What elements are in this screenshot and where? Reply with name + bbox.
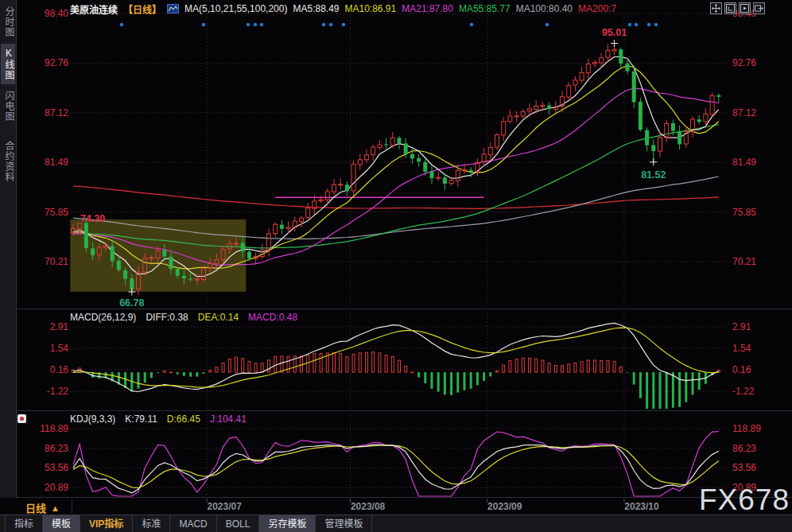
- tab-templates[interactable]: 模板: [43, 515, 80, 532]
- bottom-tabbar: 指标 模板 VIP指标 标准 MACD BOLL 另存模板 管理模板: [0, 515, 792, 532]
- chart-header: 美原油连续 【日线】 MA(5,10,21,55,100,200) MA5:88…: [70, 2, 616, 15]
- svg-text:70.21: 70.21: [45, 256, 68, 267]
- macd-title: MACD(26,12,9): [70, 312, 136, 323]
- kline-mini-icon: [167, 4, 179, 14]
- ma-settings-label: MA(5,10,21,55,100,200): [184, 3, 287, 14]
- sidebar-item-kline-chart[interactable]: K线图: [1, 44, 15, 84]
- svg-text:81.52: 81.52: [641, 169, 666, 181]
- sidebar-item-contract-info[interactable]: 合约资料: [1, 137, 15, 186]
- ma100-value: MA100:80.40: [516, 3, 573, 14]
- kdj-panel-header: KDJ(9,3,3) K:79.11 D:66.45 J:104.41: [70, 414, 247, 425]
- watermark: FX678: [699, 485, 790, 515]
- svg-text:2.91: 2.91: [50, 321, 69, 332]
- svg-text:95.01: 95.01: [602, 27, 627, 38]
- svg-text:53.56: 53.56: [732, 462, 756, 473]
- svg-text:20.89: 20.89: [45, 482, 68, 493]
- chart-type-sidebar: 分时图 K线图 闪电图 合约资料: [0, 0, 17, 498]
- macd-macd-value: MACD:0.48: [248, 312, 297, 323]
- svg-text:1.54: 1.54: [50, 343, 69, 354]
- macd-diff-value: DIFF:0.38: [146, 312, 188, 323]
- chart-canvas: 98.4098.4092.7692.7687.1287.1281.4981.49…: [0, 0, 792, 515]
- period-tag: 【日线】: [123, 2, 161, 16]
- kdj-k-value: K:79.11: [125, 414, 157, 425]
- svg-text:118.89: 118.89: [40, 423, 68, 434]
- axis-settings-icon[interactable]: [724, 2, 736, 14]
- kdj-title: KDJ(9,3,3): [70, 414, 115, 425]
- sidebar-item-lightning-chart[interactable]: 闪电图: [1, 87, 15, 126]
- kdj-pane-settings-icon[interactable]: [17, 414, 26, 423]
- playback-icon[interactable]: [739, 2, 751, 14]
- ma10-value: MA10:86.91: [345, 3, 397, 14]
- svg-text:86.23: 86.23: [732, 443, 756, 454]
- svg-text:2023/10: 2023/10: [624, 501, 659, 512]
- chart-toolbar: [710, 2, 765, 14]
- ma21-value: MA21:87.80: [402, 3, 453, 14]
- tab-macd[interactable]: MACD: [170, 515, 216, 532]
- svg-text:92.76: 92.76: [45, 57, 68, 68]
- macd-plot: [72, 323, 720, 409]
- detach-window-icon[interactable]: [753, 2, 765, 14]
- move-tool-icon[interactable]: [710, 2, 722, 14]
- highlight-box: [70, 219, 246, 292]
- svg-text:87.12: 87.12: [45, 107, 68, 118]
- svg-text:2023/09: 2023/09: [487, 501, 522, 512]
- tab-boll[interactable]: BOLL: [217, 515, 260, 532]
- svg-text:0.16: 0.16: [732, 364, 751, 375]
- svg-text:81.49: 81.49: [45, 157, 68, 168]
- period-label: 日线: [25, 500, 46, 515]
- svg-text:75.85: 75.85: [732, 207, 756, 218]
- kdj-plot: [73, 432, 719, 496]
- period-selector[interactable]: 日线 ▲: [25, 500, 60, 515]
- ma5-value: MA5:88.49: [293, 3, 339, 14]
- tab-save-template[interactable]: 另存模板: [259, 515, 316, 532]
- svg-text:2.91: 2.91: [732, 321, 751, 332]
- svg-text:92.76: 92.76: [732, 57, 756, 68]
- kdj-d-value: D:66.45: [167, 414, 200, 425]
- macd-panel-header: MACD(26,12,9) DIFF:0.38 DEA:0.14 MACD:0.…: [70, 312, 297, 323]
- symbol-name: 美原油连续: [70, 2, 118, 16]
- tab-manage-template[interactable]: 管理模板: [316, 515, 372, 532]
- x-axis-labels: 2023/072023/082023/092023/10: [208, 501, 660, 512]
- svg-text:81.49: 81.49: [732, 157, 756, 168]
- svg-text:2023/07: 2023/07: [208, 501, 243, 512]
- svg-text:2023/08: 2023/08: [351, 501, 386, 512]
- svg-text:118.89: 118.89: [732, 423, 761, 434]
- svg-text:-1.22: -1.22: [732, 386, 755, 397]
- svg-text:70.21: 70.21: [732, 256, 756, 267]
- tab-indicators[interactable]: 指标: [5, 515, 43, 532]
- svg-text:53.56: 53.56: [45, 462, 68, 473]
- svg-text:86.23: 86.23: [45, 443, 68, 454]
- ma200-value: MA200:7: [578, 3, 616, 14]
- svg-text:87.12: 87.12: [732, 107, 756, 118]
- pane-dividers: [16, 309, 792, 515]
- svg-text:1.54: 1.54: [732, 343, 751, 354]
- svg-text:-1.22: -1.22: [47, 386, 69, 397]
- tab-vip-indicators[interactable]: VIP指标: [80, 515, 133, 532]
- chevron-up-icon: ▲: [51, 503, 60, 513]
- macd-dea-value: DEA:0.14: [198, 312, 239, 323]
- tab-standard[interactable]: 标准: [133, 515, 170, 532]
- sidebar-item-time-chart[interactable]: 分时图: [1, 2, 15, 41]
- svg-text:75.85: 75.85: [45, 207, 68, 218]
- svg-text:98.40: 98.40: [45, 8, 68, 19]
- kdj-j-value: J:104.41: [210, 414, 247, 425]
- ma55-value: MA55:85.77: [459, 3, 511, 14]
- svg-text:0.16: 0.16: [50, 364, 69, 375]
- charting-app-window: 98.4098.4092.7692.7687.1287.1281.4981.49…: [0, 0, 792, 532]
- event-dots[interactable]: [120, 23, 658, 26]
- svg-text:74.30: 74.30: [80, 213, 105, 224]
- svg-text:66.78: 66.78: [119, 297, 144, 309]
